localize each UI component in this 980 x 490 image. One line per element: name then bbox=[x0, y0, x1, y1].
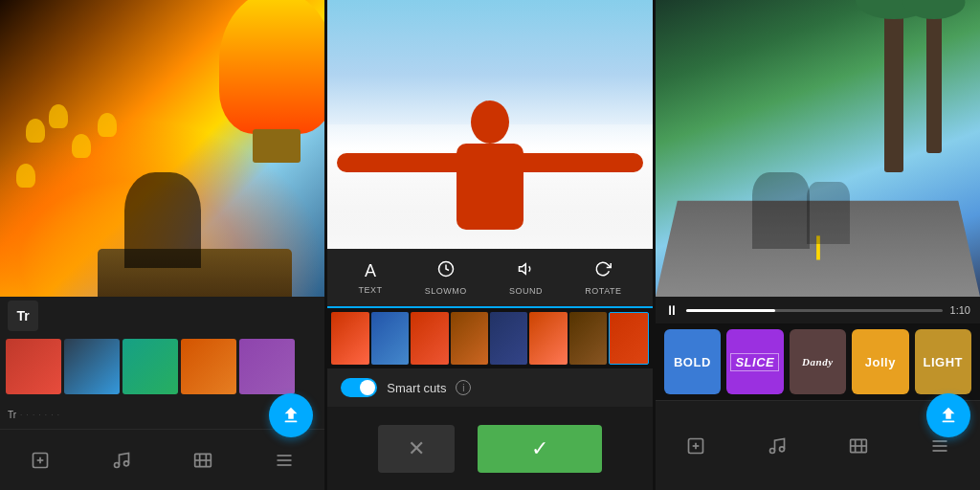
balloon-small-5 bbox=[16, 164, 35, 188]
svg-rect-12 bbox=[285, 421, 298, 423]
panel-center: A TEXT SLOWMO SOUND bbox=[327, 0, 652, 490]
progress-bar-row: ⏸ 1:10 bbox=[656, 297, 980, 323]
filmstrip-center-thumb-7[interactable] bbox=[569, 312, 607, 365]
bottom-nav-left bbox=[0, 429, 324, 490]
progress-fill bbox=[686, 309, 776, 312]
nav-music[interactable] bbox=[112, 451, 131, 470]
nav-settings[interactable] bbox=[275, 451, 294, 470]
main-video-preview-right bbox=[656, 0, 980, 297]
skier-head bbox=[471, 100, 509, 144]
toggle-knob bbox=[360, 380, 375, 395]
filmstrip-thumb-1[interactable] bbox=[6, 339, 61, 394]
fab-button-right[interactable] bbox=[926, 393, 970, 437]
balloon-small-3 bbox=[72, 134, 91, 158]
smart-cuts-label: Smart cuts bbox=[387, 381, 446, 395]
nav-storyboard[interactable] bbox=[193, 451, 212, 470]
time-label: 1:10 bbox=[950, 304, 970, 316]
filmstrip-thumb-5[interactable] bbox=[239, 339, 295, 394]
toolbar-top: Tr bbox=[0, 297, 324, 335]
pause-icon[interactable]: ⏸ bbox=[665, 302, 679, 318]
person-silhouette bbox=[124, 172, 201, 268]
filmstrip-thumb-3[interactable] bbox=[122, 339, 178, 394]
filmstrip-center-thumb-3[interactable] bbox=[411, 312, 448, 365]
dots-pattern: · · · · · · · bbox=[20, 411, 60, 419]
balloon-small-2 bbox=[49, 104, 68, 128]
filmstrip-center-thumb-1[interactable] bbox=[331, 312, 368, 365]
nav-storyboard-right[interactable] bbox=[849, 436, 868, 456]
palm-tree bbox=[884, 0, 903, 172]
nav-music-right[interactable] bbox=[768, 436, 787, 456]
svg-point-19 bbox=[779, 446, 784, 451]
skier-arms bbox=[337, 153, 642, 172]
tool-slowmo[interactable]: SLOWMO bbox=[425, 260, 467, 296]
main-video-preview-center bbox=[327, 0, 652, 249]
tool-rotate[interactable]: ROTATE bbox=[585, 260, 621, 296]
filmstrip-thumb-4[interactable] bbox=[181, 339, 236, 394]
text-icon: A bbox=[365, 261, 376, 281]
filmstrip-center-thumb-8[interactable] bbox=[609, 312, 648, 365]
svg-point-4 bbox=[124, 460, 129, 465]
panel-left: Tr Tr · · · · · · · bbox=[0, 0, 324, 490]
label-tr: Tr bbox=[8, 410, 16, 420]
balloon-small-4 bbox=[98, 113, 117, 137]
balloon-main bbox=[219, 0, 324, 134]
rotate-icon bbox=[594, 260, 612, 282]
svg-point-18 bbox=[769, 448, 774, 453]
filmstrip-center-thumb-4[interactable] bbox=[451, 312, 488, 365]
progress-track[interactable] bbox=[686, 309, 943, 312]
cancel-button[interactable]: ✕ bbox=[378, 425, 455, 473]
balloon-small-1 bbox=[26, 119, 45, 143]
filmstrip-center[interactable] bbox=[327, 306, 652, 368]
confirm-button[interactable]: ✓ bbox=[478, 425, 602, 473]
tool-sound[interactable]: SOUND bbox=[509, 260, 543, 296]
sound-icon bbox=[518, 260, 535, 282]
skater-person bbox=[752, 172, 810, 249]
svg-marker-14 bbox=[519, 263, 525, 274]
svg-point-3 bbox=[115, 462, 120, 467]
filter-light[interactable]: LIGHT bbox=[915, 329, 971, 394]
action-row: ✕ ✓ bbox=[327, 407, 652, 490]
filmstrip-center-thumb-2[interactable] bbox=[371, 312, 409, 365]
main-video-preview-left bbox=[0, 0, 324, 297]
tools-row: A TEXT SLOWMO SOUND bbox=[327, 249, 652, 306]
filmstrip-center-thumb-6[interactable] bbox=[529, 312, 567, 365]
filter-row: BOLD SLICE Dandy Jolly LIGHT bbox=[656, 323, 980, 400]
fab-button-left[interactable] bbox=[269, 393, 313, 437]
info-icon[interactable]: i bbox=[456, 380, 471, 395]
smart-cuts-row: Smart cuts i bbox=[327, 368, 652, 407]
svg-rect-27 bbox=[943, 421, 955, 423]
smart-cuts-toggle[interactable] bbox=[341, 378, 377, 397]
slowmo-icon bbox=[437, 260, 455, 282]
filmstrip-center-thumb-5[interactable] bbox=[490, 312, 527, 365]
filter-bold[interactable]: BOLD bbox=[664, 329, 721, 394]
filmstrip-left[interactable] bbox=[0, 335, 324, 400]
filter-dandy[interactable]: Dandy bbox=[790, 329, 846, 394]
text-tool-button[interactable]: Tr bbox=[8, 301, 38, 331]
tool-text[interactable]: A TEXT bbox=[358, 261, 382, 295]
nav-add-clip[interactable] bbox=[31, 451, 50, 470]
panel-right: ⏸ 1:10 BOLD SLICE Dandy Jolly LIGHT bbox=[656, 0, 980, 490]
nav-add-clip-right[interactable] bbox=[686, 436, 705, 456]
nav-settings-right[interactable] bbox=[930, 436, 949, 456]
filmstrip-thumb-2[interactable] bbox=[64, 339, 120, 394]
filter-slice[interactable]: SLICE bbox=[726, 329, 783, 394]
filter-jolly[interactable]: Jolly bbox=[852, 329, 908, 394]
